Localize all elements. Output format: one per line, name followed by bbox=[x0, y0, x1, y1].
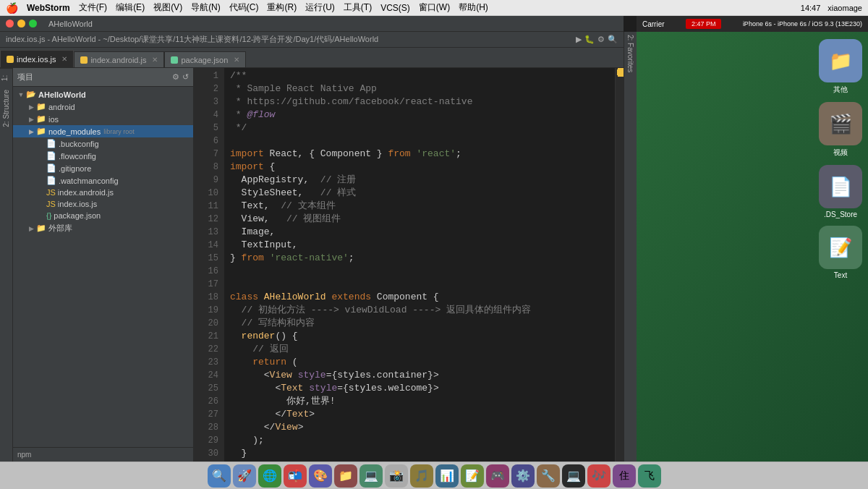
favorites-label[interactable]: 2: Favorites bbox=[626, 35, 634, 72]
file-icon-buckconfig: 📄 bbox=[46, 139, 56, 148]
traffic-lights bbox=[6, 20, 37, 27]
tab-package-json[interactable]: package.json ✕ bbox=[164, 51, 246, 67]
tab-json-label: package.json bbox=[181, 56, 228, 64]
menubar-user: xiaomage bbox=[827, 4, 862, 12]
menubar-help[interactable]: 帮助(H) bbox=[459, 1, 488, 14]
file-icon-ios-js: JS bbox=[46, 200, 56, 208]
dock-icon-app7[interactable]: 📊 bbox=[435, 464, 459, 488]
dock-icon-app6[interactable]: 🎵 bbox=[410, 464, 433, 488]
desktop-icon-other[interactable]: 📁 其他 bbox=[819, 39, 862, 95]
panel-tab-project[interactable]: 1: 项目 bbox=[0, 68, 12, 85]
menubar-nav[interactable]: 导航(N) bbox=[191, 1, 221, 14]
tree-item-ios[interactable]: ▶ 📁 ios bbox=[13, 113, 193, 125]
right-gutter[interactable] bbox=[615, 68, 624, 462]
code-line-15: } from 'react-native'; bbox=[230, 252, 615, 265]
dock-icon-app10[interactable]: ⚙️ bbox=[511, 464, 535, 488]
desktop-icon-ds[interactable]: 📄 .DS_Store bbox=[819, 165, 862, 218]
menubar: 🍎 WebStorm 文件(F) 编辑(E) 视图(V) 导航(N) 代码(C)… bbox=[0, 0, 868, 16]
code-line-2: * Sample React Native App bbox=[230, 82, 615, 95]
tree-item-watchmanconfig[interactable]: 📄 .watchmanconfig bbox=[13, 174, 193, 187]
tree-item-index-ios-js[interactable]: JS index.ios.js bbox=[13, 198, 193, 210]
menubar-view[interactable]: 视图(V) bbox=[153, 1, 182, 14]
menubar-edit[interactable]: 编辑(E) bbox=[116, 1, 145, 14]
code-line-24: <View style={styles.container}> bbox=[230, 369, 615, 382]
ln28: 28 bbox=[194, 421, 218, 434]
tree-item-flowconfig[interactable]: 📄 .flowconfig bbox=[13, 150, 193, 162]
panel-tab-structure[interactable]: 2: Structure bbox=[0, 85, 12, 132]
dock-icon-browser[interactable]: 🌐 bbox=[258, 464, 281, 488]
project-tree: 项目 ⚙ ↺ ▼ 📂 AHelloWorld ▶ 📁 android bbox=[13, 68, 194, 462]
tree-item-package-json[interactable]: {} package.json bbox=[13, 210, 193, 221]
tree-label-gitignore: .gitignore bbox=[59, 164, 91, 173]
ln1: 1 bbox=[194, 69, 218, 82]
tab-close-android[interactable]: ✕ bbox=[152, 56, 158, 64]
code-line-3: * https://github.com/facebook/react-nati… bbox=[230, 95, 615, 109]
settings-btn[interactable]: ⚙ bbox=[597, 35, 605, 44]
dock-icon-app4[interactable]: 💻 bbox=[359, 464, 383, 488]
menubar-refactor[interactable]: 重构(R) bbox=[267, 1, 297, 14]
debug-btn[interactable]: 🐛 bbox=[584, 35, 595, 44]
tree-item-buckconfig[interactable]: 📄 .buckconfig bbox=[13, 137, 193, 150]
ln22: 22 bbox=[194, 343, 218, 356]
folder-icon-ios: 📁 bbox=[36, 114, 46, 124]
tree-item-gitignore[interactable]: 📄 .gitignore bbox=[13, 162, 193, 174]
dock-icon-app2[interactable]: 🎨 bbox=[309, 464, 332, 488]
run-btn[interactable]: ▶ bbox=[576, 35, 582, 44]
menubar-webstorm[interactable]: WebStorm bbox=[27, 3, 70, 13]
tree-item-android[interactable]: ▶ 📁 android bbox=[13, 101, 193, 113]
tree-root[interactable]: ▼ 📂 AHelloWorld bbox=[13, 88, 193, 101]
code-line-27: </Text> bbox=[230, 408, 615, 421]
dock-icon-app8[interactable]: 📝 bbox=[461, 464, 484, 488]
tab-ios-label: index.ios.js bbox=[17, 55, 56, 64]
code-content[interactable]: /** * Sample React Native App * https://… bbox=[224, 68, 615, 462]
tree-item-node-modules[interactable]: ▶ 📁 node_modules library root bbox=[13, 125, 193, 137]
dock-icon-finder[interactable]: 🔍 bbox=[208, 464, 231, 488]
ln13: 13 bbox=[194, 226, 218, 239]
dock-icon-app11[interactable]: 🔧 bbox=[537, 464, 560, 488]
close-button[interactable] bbox=[6, 20, 14, 27]
dock-icon-app5[interactable]: 📸 bbox=[385, 464, 408, 488]
ln6: 6 bbox=[194, 135, 218, 148]
npm-label[interactable]: npm bbox=[17, 451, 31, 459]
dock-icon-launchpad[interactable]: 🚀 bbox=[233, 464, 256, 488]
file-icon-flowconfig: 📄 bbox=[46, 151, 56, 161]
desktop-icon-text[interactable]: 📝 Text bbox=[819, 226, 862, 279]
tab-close-ios[interactable]: ✕ bbox=[61, 55, 67, 63]
tree-item-external[interactable]: ▶ 📁 外部库 bbox=[13, 221, 193, 235]
code-line-23: return ( bbox=[230, 356, 615, 369]
npm-panel[interactable]: npm bbox=[13, 447, 193, 462]
dock-icon-app3[interactable]: 📁 bbox=[334, 464, 357, 488]
desktop-icon-video[interactable]: 🎬 视频 bbox=[819, 102, 862, 158]
menubar-file[interactable]: 文件(F) bbox=[79, 1, 107, 14]
code-editor-area: 1 2 3 4 5 6 7 8 9 10 11 12 13 14 15 16 1… bbox=[194, 68, 624, 462]
tab-close-json[interactable]: ✕ bbox=[234, 56, 239, 64]
dock-icon-music[interactable]: 🎶 bbox=[587, 464, 610, 488]
tab-index-android[interactable]: index.android.js ✕ bbox=[74, 51, 164, 67]
menubar-vcs[interactable]: VCS(S) bbox=[380, 3, 410, 13]
ios-record-btn[interactable]: 2:47 PM bbox=[686, 19, 722, 29]
menubar-code[interactable]: 代码(C) bbox=[229, 1, 259, 14]
tree-label-buckconfig: .buckconfig bbox=[59, 140, 99, 148]
apple-menu[interactable]: 🍎 bbox=[6, 2, 18, 14]
dock-icon-extra2[interactable]: 飞 bbox=[638, 464, 661, 488]
ln14: 14 bbox=[194, 239, 218, 252]
sync-icon[interactable]: ↺ bbox=[182, 72, 189, 82]
menubar-window[interactable]: 窗口(W) bbox=[419, 1, 450, 14]
gear-icon[interactable]: ⚙ bbox=[172, 72, 179, 82]
dock-icon-app1[interactable]: 📬 bbox=[284, 464, 307, 488]
menubar-tools[interactable]: 工具(T) bbox=[344, 1, 372, 14]
tree-item-index-android[interactable]: JS index.android.js bbox=[13, 187, 193, 198]
menubar-run[interactable]: 运行(U) bbox=[305, 1, 335, 14]
minimize-button[interactable] bbox=[17, 20, 25, 27]
favorites-panel[interactable]: 2: Favorites bbox=[624, 32, 637, 462]
maximize-button[interactable] bbox=[29, 20, 37, 27]
dock-icon-terminal[interactable]: 💻 bbox=[562, 464, 585, 488]
dock-icon-app9[interactable]: 🎮 bbox=[486, 464, 509, 488]
dock-icon-extra1[interactable]: 住 bbox=[613, 464, 636, 488]
folder-arrow-modules: ▶ bbox=[26, 128, 36, 135]
code-line-8: import { bbox=[230, 161, 615, 174]
search-btn[interactable]: 🔍 bbox=[608, 35, 618, 44]
code-line-26: 你好,世界! bbox=[230, 395, 615, 408]
tab-index-ios[interactable]: index.ios.js ✕ bbox=[0, 50, 74, 67]
code-line-13: Image, bbox=[230, 226, 615, 239]
